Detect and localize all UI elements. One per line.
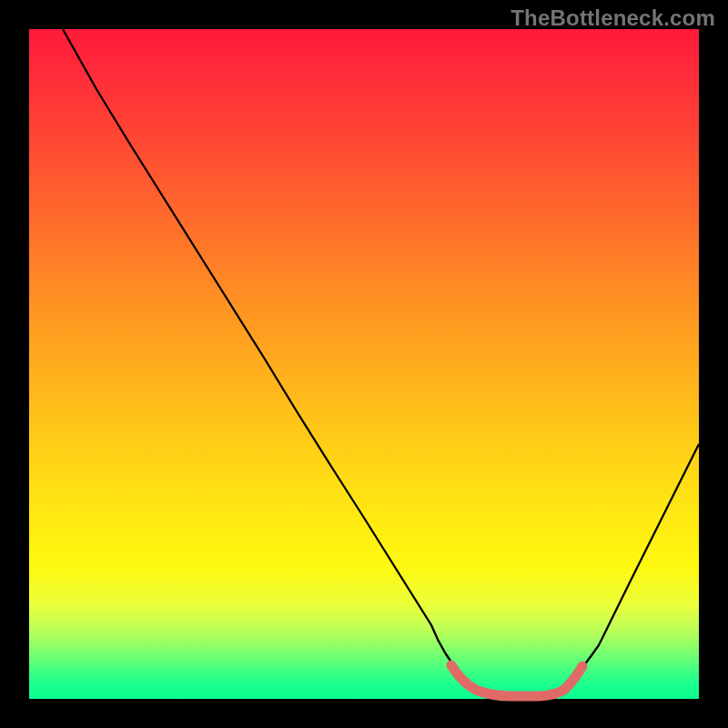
curve-path (63, 29, 699, 696)
bottleneck-curve (29, 29, 699, 699)
accent-minimum-segment (451, 665, 582, 696)
plot-area (29, 29, 699, 699)
chart-frame: TheBottleneck.com (0, 0, 728, 728)
watermark-text: TheBottleneck.com (511, 5, 715, 31)
